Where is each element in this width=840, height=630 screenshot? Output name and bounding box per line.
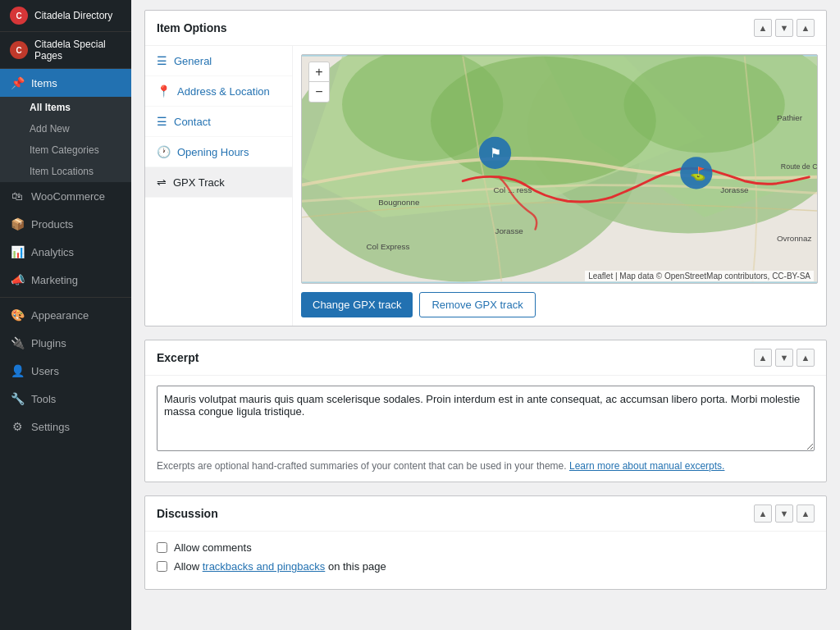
excerpt-collapse-up-btn[interactable]: ▲ xyxy=(754,349,772,367)
tab-gpx-track[interactable]: ⇌ GPX Track xyxy=(145,167,292,198)
sidebar-item-marketing-label: Marketing xyxy=(31,274,78,286)
submenu-add-new[interactable]: Add New xyxy=(0,118,131,139)
tab-opening-hours-label: Opening Hours xyxy=(177,146,249,158)
sidebar-item-appearance[interactable]: 🎨 Appearance xyxy=(0,301,131,329)
sidebar-logo-label-directory: Citadela Directory xyxy=(34,10,112,21)
tab-general[interactable]: ☰ General xyxy=(145,46,292,76)
excerpt-learn-more-link[interactable]: Learn more about manual excerpts. xyxy=(569,460,724,472)
sidebar-item-woocommerce[interactable]: 🛍 WooCommerce xyxy=(0,182,131,210)
item-options-tabs: ☰ General 📍 Address & Location ☰ Contact… xyxy=(145,46,293,326)
sidebar-item-plugins-label: Plugins xyxy=(31,337,66,349)
tab-contact-label: Contact xyxy=(174,116,211,128)
submenu-all-items[interactable]: All Items xyxy=(0,97,131,118)
sidebar-item-products[interactable]: 📦 Products xyxy=(0,210,131,238)
allow-comments-checkbox[interactable] xyxy=(157,542,167,553)
map-zoom-out-btn[interactable]: − xyxy=(309,82,329,102)
discussion-minimize-btn[interactable]: ▲ xyxy=(797,504,815,523)
sidebar-item-analytics-label: Analytics xyxy=(31,246,74,258)
allow-trackbacks-label[interactable]: Allow trackbacks and pingbacks on this p… xyxy=(174,560,386,573)
tab-gpx-track-label: GPX Track xyxy=(173,176,225,189)
tab-address-label: Address & Location xyxy=(177,85,270,98)
sidebar-item-analytics[interactable]: 📊 Analytics xyxy=(0,238,131,266)
sidebar-item-appearance-label: Appearance xyxy=(31,309,89,322)
contact-tab-icon: ☰ xyxy=(157,115,167,128)
excerpt-minimize-btn[interactable]: ▲ xyxy=(797,349,815,367)
svg-text:Ovronnaz: Ovronnaz xyxy=(777,234,812,243)
submenu-item-categories[interactable]: Item Categories xyxy=(0,139,131,161)
items-submenu: All Items Add New Item Categories Item L… xyxy=(0,97,131,182)
remove-gpx-btn[interactable]: Remove GPX track xyxy=(419,292,535,317)
sidebar-item-tools[interactable]: 🔧 Tools xyxy=(0,385,131,413)
map-btn-row: Change GPX track Remove GPX track xyxy=(301,292,818,317)
excerpt-textarea[interactable]: Mauris volutpat mauris quis quam sceleri… xyxy=(157,386,815,451)
main-content: Item Options ▲ ▼ ▲ ☰ General 📍 Address &… xyxy=(131,0,840,630)
allow-comments-label[interactable]: Allow comments xyxy=(174,541,252,554)
sidebar-item-items-label: Items xyxy=(31,77,57,89)
settings-icon: ⚙ xyxy=(10,419,25,434)
excerpt-title: Excerpt xyxy=(157,351,199,364)
panel-minimize-btn[interactable]: ▲ xyxy=(797,19,815,37)
panel-collapse-up-btn[interactable]: ▲ xyxy=(754,19,772,37)
excerpt-collapse-down-btn[interactable]: ▼ xyxy=(775,349,793,367)
svg-text:Jorasse: Jorasse xyxy=(720,185,749,194)
svg-text:Jorasse: Jorasse xyxy=(495,226,524,235)
sidebar-divider-1 xyxy=(0,297,131,298)
sidebar-item-products-label: Products xyxy=(31,218,73,231)
svg-text:Col Express: Col Express xyxy=(367,242,410,251)
sidebar-item-items[interactable]: 📌 Items xyxy=(0,69,131,97)
sidebar-logo-special[interactable]: C Citadela Special Pages xyxy=(0,32,131,69)
map-zoom-controls: + − xyxy=(308,62,330,103)
gpx-track-tab-icon: ⇌ xyxy=(157,176,167,189)
logo-icon-directory: C xyxy=(10,7,28,25)
svg-text:Bougnonne: Bougnonne xyxy=(378,198,420,207)
sidebar-item-marketing[interactable]: 📣 Marketing xyxy=(0,266,131,294)
sidebar-logo-directory[interactable]: C Citadela Directory xyxy=(0,0,131,32)
tab-address[interactable]: 📍 Address & Location xyxy=(145,76,292,107)
woocommerce-icon: 🛍 xyxy=(10,189,25,203)
change-gpx-btn[interactable]: Change GPX track xyxy=(301,292,413,317)
excerpt-body: Mauris volutpat mauris quis quam sceleri… xyxy=(145,376,826,482)
discussion-collapse-up-btn[interactable]: ▲ xyxy=(754,504,772,523)
tab-opening-hours[interactable]: 🕐 Opening Hours xyxy=(145,137,292,167)
svg-text:Route de Chevalier: Route de Chevalier xyxy=(781,162,817,171)
excerpt-panel: Excerpt ▲ ▼ ▲ Mauris volutpat mauris qui… xyxy=(144,340,827,482)
discussion-body: Allow comments Allow trackbacks and ping… xyxy=(145,532,826,589)
plugins-icon: 🔌 xyxy=(10,336,25,350)
marketing-icon: 📣 xyxy=(10,272,25,287)
item-options-body: ☰ General 📍 Address & Location ☰ Contact… xyxy=(145,46,826,326)
map-container: + − xyxy=(293,46,826,326)
sidebar-item-users[interactable]: 👤 Users xyxy=(0,357,131,385)
svg-point-7 xyxy=(624,57,785,153)
map-zoom-in-btn[interactable]: + xyxy=(309,62,329,82)
sidebar-item-settings[interactable]: ⚙ Settings xyxy=(0,413,131,441)
panel-collapse-down-btn[interactable]: ▼ xyxy=(775,19,793,37)
discussion-title: Discussion xyxy=(157,507,218,520)
svg-text:Pathier: Pathier xyxy=(777,113,803,122)
map-svg: Bougnonne Jorasse Col ... ress Jorasse C… xyxy=(302,55,817,283)
excerpt-hint: Excerpts are optional hand-crafted summa… xyxy=(157,460,815,472)
sidebar: C Citadela Directory C Citadela Special … xyxy=(0,0,131,630)
sidebar-item-tools-label: Tools xyxy=(31,393,56,405)
tab-contact[interactable]: ☰ Contact xyxy=(145,107,292,137)
item-options-title: Item Options xyxy=(157,21,227,34)
logo-icon-special: C xyxy=(10,41,28,59)
tab-general-label: General xyxy=(174,55,212,67)
panel-controls: ▲ ▼ ▲ xyxy=(754,19,815,37)
users-icon: 👤 xyxy=(10,363,25,378)
sidebar-item-plugins[interactable]: 🔌 Plugins xyxy=(0,329,131,357)
sidebar-item-users-label: Users xyxy=(31,365,59,377)
allow-trackbacks-checkbox[interactable] xyxy=(157,561,167,572)
trackbacks-link[interactable]: trackbacks and pingbacks xyxy=(203,560,326,573)
map-wrapper[interactable]: + − xyxy=(301,54,818,284)
discussion-panel: Discussion ▲ ▼ ▲ Allow comments Allow tr… xyxy=(144,495,827,590)
sidebar-logo-label-special: Citadela Special Pages xyxy=(34,39,121,62)
submenu-item-locations[interactable]: Item Locations xyxy=(0,161,131,182)
general-tab-icon: ☰ xyxy=(157,54,167,67)
address-tab-icon: 📍 xyxy=(157,84,171,98)
excerpt-header: Excerpt ▲ ▼ ▲ xyxy=(145,340,826,376)
discussion-collapse-down-btn[interactable]: ▼ xyxy=(775,504,793,523)
tools-icon: 🔧 xyxy=(10,391,25,406)
allow-comments-row: Allow comments xyxy=(157,541,815,554)
products-icon: 📦 xyxy=(10,217,25,231)
excerpt-panel-controls: ▲ ▼ ▲ xyxy=(754,349,815,367)
